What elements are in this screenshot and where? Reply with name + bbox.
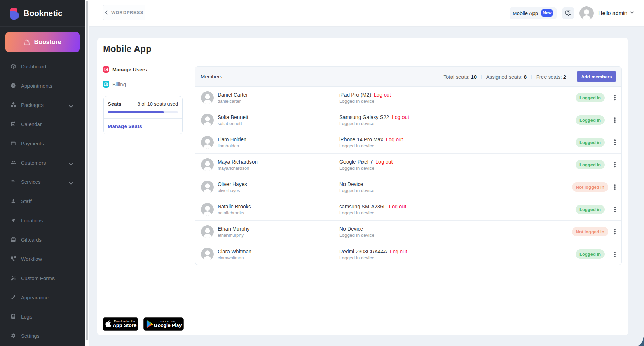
svg-text:App Store: App Store [113,323,136,328]
svg-text:Google Play: Google Play [154,323,182,328]
